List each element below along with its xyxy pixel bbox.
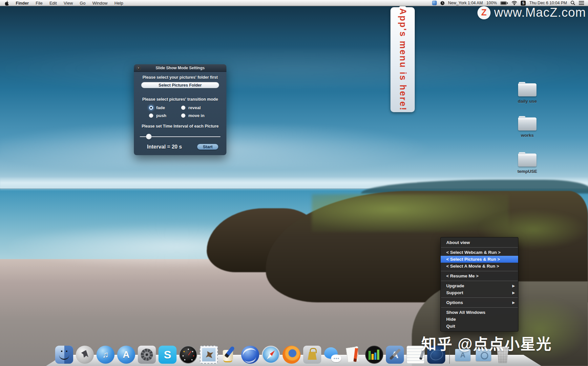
submenu-arrow-icon: ▶	[512, 282, 515, 289]
world-clock-icon[interactable]	[440, 1, 445, 5]
window-title: Slide Show Mode Settings	[156, 66, 204, 70]
dock-launchpad-icon[interactable]	[76, 346, 94, 364]
folder-label: daily use	[509, 99, 545, 104]
spotlight-icon[interactable]	[571, 1, 575, 5]
dock-google-earth-icon[interactable]	[241, 346, 259, 364]
start-button[interactable]: Start	[197, 144, 219, 150]
select-pictures-folder-button[interactable]: Select Pictures Folder	[141, 82, 219, 88]
window-title-bar[interactable]: × Slide Show Mode Settings	[134, 64, 226, 72]
menu-item-select-webcam-run[interactable]: < Select Webcam & Run >	[441, 249, 518, 256]
slider-track[interactable]	[140, 136, 220, 137]
menu-separator	[441, 247, 518, 248]
radio-label: move in	[188, 113, 204, 118]
dock-utility-app-icon[interactable]	[303, 346, 321, 364]
world-clock-label[interactable]: New_York 1:04 AM	[448, 1, 483, 5]
menu-item-options[interactable]: Options▶	[441, 299, 518, 306]
menubar-menu-edit[interactable]: Edit	[50, 1, 57, 6]
interval-section-label: Please set Time Interval of each Picture	[134, 124, 226, 129]
menu-item-quit[interactable]: Quit	[441, 323, 518, 330]
input-source-icon[interactable]: S	[521, 1, 526, 6]
apple-menu-icon[interactable]	[5, 1, 9, 6]
zhihu-watermark-text: 知乎 @点点小星光	[421, 332, 552, 354]
menu-item-select-pictures-run[interactable]: < Select Pictures & Run >	[441, 256, 518, 263]
dock-firefox-icon[interactable]	[283, 346, 301, 364]
dock-skype-icon[interactable]	[158, 346, 177, 364]
menu-item-hide[interactable]: Hide	[441, 316, 518, 323]
radio-label: push	[156, 113, 166, 118]
clock-label[interactable]: Thu Dec 6 10:04 PM	[529, 1, 567, 5]
dock-itunes-icon[interactable]	[96, 346, 115, 364]
interval-value-label: Interval = 20 s	[147, 144, 182, 150]
dock-xcode-icon[interactable]	[386, 346, 404, 364]
menu-separator	[441, 297, 518, 298]
close-icon[interactable]: ×	[136, 66, 141, 70]
slider-thumb[interactable]	[146, 134, 152, 139]
radio-label: reveal	[188, 105, 201, 110]
apps-menu-callout-banner: App's menu is here!	[390, 7, 415, 112]
desktop-folder-daily-use[interactable]: daily use	[509, 81, 545, 104]
folder-section-label: Please select your pictures' folder firs…	[134, 75, 226, 80]
menu-item-resume-me[interactable]: < Resume Me >	[441, 273, 518, 279]
menubar-menu-view[interactable]: View	[64, 1, 73, 6]
notification-center-icon[interactable]	[579, 1, 584, 5]
radio-option-reveal[interactable]: reveal	[181, 105, 213, 110]
submenu-arrow-icon: ▶	[512, 299, 515, 306]
menu-item-support[interactable]: Support▶	[441, 289, 518, 296]
interval-slider[interactable]	[140, 134, 220, 139]
radio-button[interactable]	[181, 106, 185, 110]
dock-dashboard-icon[interactable]	[179, 346, 197, 364]
slideshow-settings-window: × Slide Show Mode Settings Please select…	[134, 64, 226, 155]
folder-icon[interactable]	[518, 117, 536, 131]
menu-bar: FinderFileEditViewGoWindowHelp New_York …	[0, 0, 588, 6]
banner-text: App's menu is here!	[398, 8, 408, 111]
macz-watermark: Z www.MacZ.com	[477, 6, 586, 20]
folder-label: works	[509, 133, 545, 138]
menubar-menu-help[interactable]: Help	[115, 1, 123, 6]
menubar-menu-go[interactable]: Go	[80, 1, 85, 6]
menubar-menu-finder[interactable]: Finder	[16, 1, 29, 6]
folder-icon[interactable]	[518, 153, 536, 167]
cloud-band	[0, 125, 588, 167]
folder-icon[interactable]	[518, 83, 536, 96]
transition-section-label: Please select pictures' transition mode	[134, 97, 226, 102]
dock-system-preferences-icon[interactable]	[138, 346, 156, 364]
battery-percent-label: 100%	[486, 1, 497, 5]
cloud-band	[0, 49, 588, 89]
dock-app-store-icon[interactable]	[117, 346, 135, 364]
menu-item-about-view[interactable]: About view	[441, 239, 518, 246]
dock-finder-icon[interactable]	[55, 346, 73, 364]
radio-option-push[interactable]: push	[149, 113, 181, 118]
macz-logo-icon: Z	[477, 6, 491, 19]
macz-watermark-text: www.MacZ.com	[494, 6, 586, 20]
battery-icon[interactable]	[500, 1, 508, 5]
radio-button-selected[interactable]	[149, 106, 153, 110]
app-menubar-icon[interactable]	[432, 1, 437, 5]
menu-item-upgrade[interactable]: Upgrade▶	[441, 282, 518, 289]
app-context-menu: About view< Select Webcam & Run >< Selec…	[440, 237, 518, 332]
desktop-folder-tempuse[interactable]: tempUSE	[509, 152, 545, 174]
menu-separator	[441, 281, 518, 281]
menu-item-select-a-movie-run[interactable]: < Select A Movie & Run >	[441, 263, 518, 270]
radio-button[interactable]	[181, 113, 185, 118]
dock-mail-icon[interactable]	[200, 346, 218, 364]
wifi-icon[interactable]	[512, 1, 517, 5]
radio-option-fade[interactable]: fade	[149, 105, 181, 110]
menubar-menu-window[interactable]: Window	[92, 1, 107, 6]
transition-radio-group: faderevealpushmove in	[149, 105, 226, 118]
dock-chart-app-icon[interactable]	[365, 346, 383, 364]
menu-separator	[441, 271, 518, 271]
dock-paint-app-icon[interactable]	[220, 346, 239, 364]
menu-item-show-all-windows[interactable]: Show All Windows	[441, 309, 518, 316]
desktop-folder-works[interactable]: works	[509, 115, 545, 138]
dock-messages-icon[interactable]	[324, 346, 342, 364]
submenu-arrow-icon: ▶	[512, 289, 515, 296]
radio-button[interactable]	[149, 113, 153, 118]
menu-separator	[441, 307, 518, 308]
radio-label: fade	[156, 105, 165, 110]
desktop: FinderFileEditViewGoWindowHelp New_York …	[0, 0, 588, 366]
radio-option-move-in[interactable]: move in	[181, 113, 213, 118]
folder-label: tempUSE	[509, 169, 545, 174]
dock-safari-icon[interactable]	[262, 346, 280, 364]
menubar-menu-file[interactable]: File	[36, 1, 43, 6]
dock-pages-icon[interactable]	[345, 346, 363, 364]
